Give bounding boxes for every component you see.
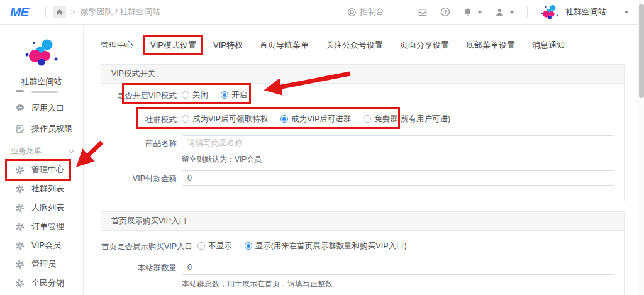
- account-name[interactable]: 社群空间站: [565, 6, 606, 18]
- sidebar-item-label: 操作员权限: [31, 123, 72, 135]
- group-mode-radio-group: 成为VIP后可领取特权 成为VIP后可进群 免费群(所有用户可进): [182, 111, 450, 126]
- topbar-divider: [45, 6, 46, 18]
- home-entry-card: 首页展示购买VIP入口 首页是否展示购买VIP入口 不显示 显示(用来在首页展示…: [101, 211, 625, 295]
- clipped-menu-item-icon: [16, 90, 24, 92]
- help-button[interactable]: ?: [440, 7, 450, 17]
- notifications-button[interactable]: [463, 8, 482, 17]
- tab-management-center[interactable]: 管理中心: [101, 40, 133, 51]
- radio-label: 成为VIP后可领取特权: [192, 114, 268, 125]
- sidebar-item-app-entry[interactable]: 应用入口: [0, 99, 84, 118]
- radio-icon: [197, 242, 205, 250]
- breadcrumb-separator: >: [71, 8, 75, 16]
- gear-icon: [15, 203, 25, 213]
- section-label: 业务菜单: [11, 146, 42, 157]
- radio-privilege-after-vip[interactable]: 成为VIP后可领取特权: [182, 114, 268, 125]
- tab-vip-privileges[interactable]: VIP特权: [213, 40, 243, 51]
- group-mode-row: 社群模式 成为VIP后可领取特权 成为VIP后可进群 免费群(所有用户可进): [101, 111, 624, 126]
- radio-join-group-after-vip[interactable]: 成为VIP后可进群: [280, 114, 351, 125]
- radio-hide-entry[interactable]: 不显示: [197, 241, 232, 252]
- account-dropdown-icon[interactable]: [624, 11, 629, 14]
- topbar-divider: [527, 6, 528, 18]
- sidebar-item-label: 管理员: [31, 259, 56, 270]
- field-label: 本站群数量: [138, 263, 177, 274]
- sidebar-section-business-menu[interactable]: 业务菜单: [0, 143, 84, 159]
- weengine-logo[interactable]: ME: [10, 4, 29, 19]
- page-scrollbar[interactable]: [638, 0, 644, 295]
- app-store-button[interactable]: [418, 8, 428, 17]
- card-title: 首页展示购买VIP入口: [101, 212, 624, 231]
- chevron-down-icon: [509, 11, 514, 14]
- radio-icon-selected: [280, 115, 288, 123]
- field-label: 商品名称: [145, 138, 177, 149]
- user-menu-button[interactable]: [495, 8, 514, 17]
- sidebar-item-label: 订单管理: [31, 221, 64, 232]
- tab-bottom-menu-settings[interactable]: 底部菜单设置: [466, 40, 515, 51]
- vip-payment-row: VIP付款金额: [101, 170, 624, 186]
- tab-home-nav-menu[interactable]: 首页导航菜单: [260, 40, 309, 51]
- scrollbar-thumb[interactable]: [639, 4, 644, 98]
- field-label: 社群模式: [145, 114, 177, 125]
- sidebar-item-vip-members[interactable]: VIP会员: [0, 236, 84, 255]
- tab-page-share-settings[interactable]: 页面分享设置: [400, 40, 449, 51]
- chevron-down-icon: [477, 11, 482, 14]
- gear-icon: [15, 259, 25, 269]
- group-count-input[interactable]: [182, 260, 614, 275]
- vip-mode-radio-group: 关闭 开启: [182, 87, 247, 103]
- radio-label: 成为VIP后可进群: [291, 114, 351, 125]
- sidebar-item-operator-permissions[interactable]: 操作员权限: [0, 120, 84, 138]
- radio-icon-selected: [221, 91, 228, 99]
- radio-show-entry[interactable]: 显示(用来在首页展示群数量和购买VIP入口): [245, 241, 407, 252]
- sidebar-item-management-center[interactable]: 管理中心: [0, 160, 84, 179]
- topbar: ME > 微擎团队 / 社群空间站 控制台 ?: [0, 0, 644, 25]
- home-icon[interactable]: [53, 6, 66, 18]
- gear-icon: [15, 184, 25, 194]
- tab-vip-mode-settings[interactable]: VIP模式设置: [150, 40, 196, 51]
- radio-vip-off[interactable]: 关闭: [182, 90, 208, 101]
- sidebar-item-label: 全民分销: [31, 277, 64, 289]
- radio-vip-on[interactable]: 开启: [221, 90, 247, 101]
- sidebar-item-contacts-list[interactable]: 人脉列表: [0, 198, 84, 217]
- chevron-down-icon: [68, 149, 75, 153]
- field-label: 是否开启VIP模式: [117, 91, 177, 101]
- sidebar-item-group-list[interactable]: 社群列表: [0, 179, 84, 198]
- group-count-help: 本站群总数，用于展示在首页，请填写正整数: [182, 279, 614, 289]
- console-label: 控制台: [360, 6, 384, 18]
- annotation-arrow-management-center: [82, 142, 102, 162]
- product-name-input[interactable]: [182, 135, 614, 150]
- show-entry-row: 首页是否展示购买VIP入口 不显示 显示(用来在首页展示群数量和购买VIP入口): [101, 238, 624, 253]
- app-logo-icon: [25, 37, 58, 67]
- vip-payment-input[interactable]: [182, 170, 614, 186]
- chat-bubble-icon: [15, 103, 25, 113]
- show-entry-radio-group: 不显示 显示(用来在首页展示群数量和购买VIP入口): [197, 238, 406, 253]
- sidebar-app-title: 社群空间站: [0, 76, 83, 87]
- sidebar-item-label: 应用入口: [31, 103, 64, 114]
- sidebar-item-administrators[interactable]: 管理员: [0, 255, 84, 274]
- topbar-divider: [397, 6, 397, 18]
- app-store-icon: [418, 8, 428, 17]
- vip-mode-row: 是否开启VIP模式 关闭 开启: [101, 87, 624, 103]
- user-icon: [495, 8, 504, 17]
- tab-message-notification[interactable]: 消息通知: [532, 40, 565, 51]
- radio-free-group[interactable]: 免费群(所有用户可进): [364, 114, 450, 125]
- settings-tabs: 管理中心 VIP模式设置 VIP特权 首页导航菜单 关注公众号设置 页面分享设置…: [101, 35, 625, 55]
- sidebar-item-distribution[interactable]: 全民分销: [0, 274, 84, 292]
- product-name-row: 商品名称 留空则默认为：VIP会员: [101, 135, 624, 165]
- breadcrumb: 微擎团队 / 社群空间站: [80, 6, 161, 18]
- clipped-menu-item-label: [31, 91, 58, 93]
- bell-icon: [463, 8, 472, 17]
- sidebar-item-order-management[interactable]: 订单管理: [0, 217, 84, 236]
- radio-icon: [182, 115, 189, 123]
- gear-icon: [15, 278, 25, 288]
- sidebar-item-label: 人脉列表: [31, 202, 64, 213]
- gear-icon: [15, 240, 25, 250]
- field-label: VIP付款金额: [133, 174, 177, 184]
- console-button[interactable]: 控制台: [347, 6, 384, 18]
- radio-icon-selected: [245, 242, 252, 250]
- admin-page: ME > 微擎团队 / 社群空间站 控制台 ?: [0, 0, 644, 295]
- app-logo-icon: [540, 4, 559, 20]
- sidebar-item-label: 社群列表: [31, 183, 64, 194]
- field-label: 首页是否展示购买VIP入口: [101, 242, 192, 252]
- tab-follow-official-account[interactable]: 关注公众号设置: [326, 40, 383, 51]
- radio-label: 免费群(所有用户可进): [374, 114, 450, 125]
- help-icon: ?: [440, 7, 450, 17]
